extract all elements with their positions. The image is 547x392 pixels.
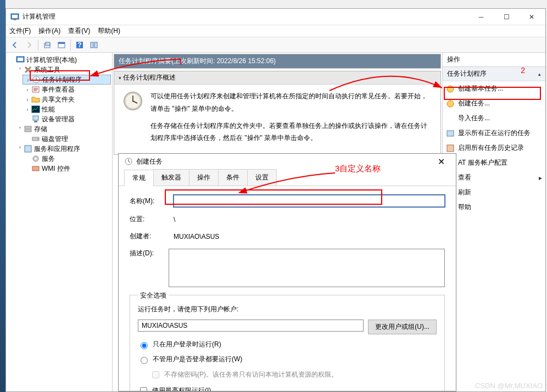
actions-header: 操作 bbox=[443, 53, 545, 67]
close-button[interactable]: ✕ bbox=[519, 9, 544, 25]
wmi-icon bbox=[31, 164, 40, 173]
svg-point-13 bbox=[26, 68, 30, 71]
window-icon bbox=[58, 41, 65, 49]
tree-perf[interactable]: ›性能 bbox=[23, 104, 111, 114]
create-task-dialog: 创建任务 ✕ 常规 触发器 操作 条件 设置 名称(M): 位置:\ 创建者:M… bbox=[118, 153, 456, 391]
action-create-basic[interactable]: 创建基本任务... bbox=[443, 81, 545, 96]
help-icon: ? bbox=[76, 41, 83, 49]
action-import[interactable]: 导入任务... bbox=[443, 111, 545, 126]
action-refresh[interactable]: 刷新 bbox=[443, 185, 545, 200]
svg-rect-16 bbox=[32, 106, 40, 113]
run-as-label: 运行任务时，请使用下列用户帐户: bbox=[138, 305, 437, 314]
props-button[interactable] bbox=[55, 39, 68, 51]
account-input[interactable] bbox=[138, 320, 364, 332]
tree-pane: 计算机管理(本地) ˅系统工具 ›任务计划程序 ›事件查看器 ›共享文件夹 ›性… bbox=[6, 53, 113, 391]
dialog-title: 创建任务 bbox=[136, 157, 429, 166]
tree-systools[interactable]: ˅系统工具 bbox=[15, 65, 111, 75]
menu-action[interactable]: 操作(A) bbox=[38, 26, 60, 36]
tab-actions[interactable]: 操作 bbox=[189, 169, 219, 186]
desc-input[interactable] bbox=[169, 249, 445, 287]
tree-sharedfolders[interactable]: ›共享文件夹 bbox=[23, 94, 111, 104]
security-legend: 安全选项 bbox=[138, 291, 169, 300]
running-icon bbox=[446, 129, 455, 138]
tree-devicemgr[interactable]: 设备管理器 bbox=[23, 114, 111, 124]
annotation-3: 3自定义名称 bbox=[335, 164, 381, 174]
svg-rect-26 bbox=[32, 166, 39, 171]
svg-point-30 bbox=[447, 86, 454, 92]
up-button[interactable] bbox=[41, 39, 54, 51]
tree-storage[interactable]: ˅存储 bbox=[15, 124, 111, 134]
creator-value: MUXIAO\ASUS bbox=[174, 233, 445, 240]
disk-icon bbox=[31, 135, 40, 143]
perf-icon bbox=[31, 105, 40, 114]
svg-text:?: ? bbox=[77, 41, 81, 49]
panels-icon bbox=[90, 41, 98, 49]
forward-button[interactable] bbox=[23, 39, 36, 51]
action-view[interactable]: 查看▸ bbox=[443, 170, 545, 185]
name-label: 名称(M): bbox=[130, 197, 168, 206]
help-button[interactable]: ? bbox=[73, 39, 86, 51]
storage-icon bbox=[24, 125, 32, 133]
svg-rect-12 bbox=[18, 58, 23, 61]
chk-highest-priv[interactable]: 使用最高权限运行(I) bbox=[138, 385, 437, 391]
tree-services-apps[interactable]: ˅服务和应用程序 bbox=[15, 144, 111, 154]
action-create-task[interactable]: 创建任务... bbox=[443, 96, 545, 111]
svg-point-25 bbox=[35, 158, 37, 160]
history-icon bbox=[446, 144, 455, 153]
tree-root-node[interactable]: 计算机管理(本地) bbox=[7, 55, 111, 65]
minimize-button[interactable]: ─ bbox=[468, 9, 494, 25]
maximize-button[interactable]: ☐ bbox=[494, 9, 519, 25]
svg-rect-23 bbox=[25, 145, 31, 152]
dialog-titlebar: 创建任务 ✕ bbox=[119, 154, 456, 169]
watermark: CSDN @Mr.MUXIAO bbox=[475, 382, 543, 390]
computer-icon bbox=[16, 55, 25, 64]
radio-not-logged[interactable]: 不管用户是否登录都要运行(W) bbox=[138, 355, 437, 364]
tab-settings[interactable]: 设置 bbox=[247, 169, 277, 186]
svg-point-22 bbox=[37, 138, 38, 139]
svg-rect-33 bbox=[447, 145, 454, 152]
titlebar: 计算机管理 ─ ☐ ✕ bbox=[6, 9, 545, 25]
tab-triggers[interactable]: 触发器 bbox=[153, 169, 189, 186]
back-button[interactable] bbox=[8, 39, 21, 51]
tab-general[interactable]: 常规 bbox=[124, 170, 154, 186]
dialog-close-button[interactable]: ✕ bbox=[429, 154, 453, 169]
tree-services[interactable]: 服务 bbox=[23, 154, 111, 164]
event-icon bbox=[31, 85, 40, 94]
action-enable-history[interactable]: 启用所有任务历史记录 bbox=[443, 141, 545, 155]
arrow-right-icon bbox=[25, 41, 33, 49]
radio-logged-on[interactable]: 只在用户登录时运行(R) bbox=[138, 340, 437, 349]
panel-button[interactable] bbox=[87, 39, 101, 51]
task-icon bbox=[446, 99, 455, 108]
change-user-button[interactable]: 更改用户或组(U)... bbox=[368, 320, 437, 334]
clock-icon bbox=[124, 157, 133, 166]
tree-wmi[interactable]: WMI 控件 bbox=[23, 164, 111, 173]
chk-no-password: 不存储密码(P)。该任务将只有访问本地计算机资源的权限。 bbox=[138, 369, 437, 380]
svg-rect-19 bbox=[25, 126, 31, 128]
overview-box: ▾ 任务计划程序概述 可以使用任务计划程序来创建和管理计算机将在所指定的时间自动… bbox=[114, 71, 441, 155]
name-input[interactable] bbox=[174, 195, 445, 207]
annotation-2: 2 bbox=[521, 66, 525, 75]
action-at-config[interactable]: AT 服务帐户配置 bbox=[443, 155, 545, 170]
svg-rect-6 bbox=[58, 42, 65, 44]
folder-share-icon bbox=[31, 95, 40, 104]
arrow-left-icon bbox=[11, 41, 19, 49]
tree-eventviewer[interactable]: ›事件查看器 bbox=[23, 85, 111, 94]
menubar: 文件(F) 操作(A) 查看(V) 帮助(H) bbox=[6, 25, 545, 37]
menu-view[interactable]: 查看(V) bbox=[68, 26, 90, 36]
layer-icon bbox=[43, 41, 51, 49]
toolbar: ? bbox=[6, 37, 545, 53]
menu-help[interactable]: 帮助(H) bbox=[98, 26, 120, 36]
action-help[interactable]: 帮助 bbox=[443, 200, 545, 215]
svg-rect-9 bbox=[91, 42, 93, 48]
action-show-running[interactable]: 显示所有正在运行的任务 bbox=[443, 126, 545, 141]
annotation-1: 1 bbox=[178, 57, 183, 66]
menu-file[interactable]: 文件(F) bbox=[9, 26, 31, 36]
svg-rect-2 bbox=[14, 19, 16, 20]
svg-rect-20 bbox=[25, 130, 31, 132]
device-icon bbox=[31, 115, 40, 124]
gear-icon bbox=[31, 154, 40, 163]
tree-taskscheduler[interactable]: ›任务计划程序 bbox=[23, 75, 111, 85]
tree-diskmgmt[interactable]: 磁盘管理 bbox=[23, 134, 111, 144]
tab-conditions[interactable]: 条件 bbox=[218, 169, 248, 186]
window-title: 计算机管理 bbox=[23, 12, 468, 21]
